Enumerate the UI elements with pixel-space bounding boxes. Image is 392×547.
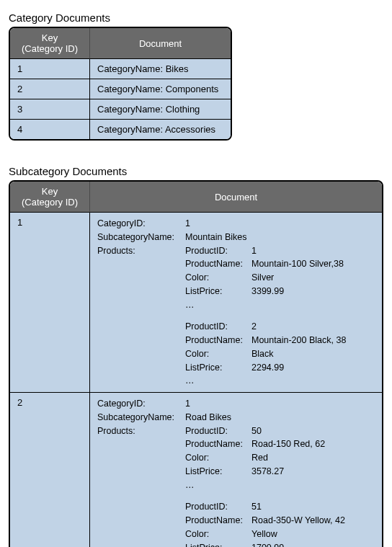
category-title: Category Documents [9, 12, 383, 24]
category-key-cell: 1 [10, 59, 90, 79]
value-color: Red [251, 451, 375, 465]
label-productname: ProductName: [185, 334, 249, 347]
product-block: ProductID:51ProductName:Road-350-W Yello… [185, 500, 375, 547]
category-doc-cell: CategoryName: Components [90, 79, 231, 99]
label-products: Products: [97, 424, 182, 492]
value-listprice: 3399.99 [251, 285, 375, 298]
label-products: Products: [97, 244, 182, 312]
value-color: Silver [251, 271, 375, 285]
value-productname: Mountain-200 Black, 38 [251, 334, 375, 347]
category-doc-cell: CategoryName: Clothing [90, 99, 231, 119]
table-row: 1CategoryID:1SubcategoryName:Mountain Bi… [10, 213, 382, 392]
table-row: 1CategoryName: Bikes [10, 59, 231, 79]
product-block: ProductID:1ProductName:Mountain-100 Silv… [185, 244, 375, 312]
label-productname: ProductName: [185, 437, 249, 451]
label-color: Color: [185, 528, 249, 541]
label-products [97, 500, 182, 547]
label-productname: ProductName: [185, 257, 249, 271]
label-productid: ProductID: [185, 320, 249, 334]
ellipsis: … [185, 479, 249, 492]
category-key-cell: 4 [10, 119, 90, 139]
value-listprice: 3578.27 [251, 465, 375, 479]
value-categoryid: 1 [185, 217, 375, 231]
subcategory-table: Key (Category ID) Document 1CategoryID:1… [9, 180, 383, 547]
table-row: 4CategoryName: Accessories [10, 119, 231, 139]
label-color: Color: [185, 271, 249, 285]
value-productid: 2 [251, 320, 375, 334]
subcategory-key-cell: 2 [10, 392, 90, 547]
subcategory-key-cell: 1 [10, 213, 90, 392]
product-block: ProductID:50ProductName:Road-150 Red, 62… [185, 424, 375, 492]
ellipsis: … [185, 374, 249, 388]
value-productid: 50 [251, 424, 375, 438]
category-key-cell: 2 [10, 79, 90, 99]
value-productid: 1 [251, 244, 375, 258]
value-productname: Mountain-100 Silver,38 [251, 257, 375, 271]
label-products [97, 320, 182, 388]
value-productid: 51 [251, 500, 375, 514]
table-row: 2CategoryID:1SubcategoryName:Road BikesP… [10, 392, 382, 547]
label-color: Color: [185, 347, 249, 361]
subcategory-header-doc: Document [90, 182, 382, 213]
label-productname: ProductName: [185, 514, 249, 528]
category-doc-cell: CategoryName: Bikes [90, 59, 231, 79]
label-listprice: ListPrice: [185, 285, 249, 298]
subcategory-title: Subcategory Documents [9, 165, 383, 177]
label-categoryid: CategoryID: [97, 217, 182, 231]
ellipsis: … [185, 298, 249, 312]
label-productid: ProductID: [185, 500, 249, 514]
product-block: ProductID:2ProductName:Mountain-200 Blac… [185, 320, 375, 388]
table-row: 3CategoryName: Clothing [10, 99, 231, 119]
label-subcategoryname: SubcategoryName: [97, 231, 182, 244]
label-listprice: ListPrice: [185, 361, 249, 375]
value-productname: Road-350-W Yellow, 42 [251, 514, 375, 528]
value-subcategoryname: Mountain Bikes [185, 231, 375, 244]
subcategory-doc-cell: CategoryID:1SubcategoryName:Mountain Bik… [90, 213, 382, 392]
value-color: Yellow [251, 528, 375, 541]
label-listprice: ListPrice: [185, 465, 249, 479]
label-productid: ProductID: [185, 244, 249, 258]
subcategory-doc-cell: CategoryID:1SubcategoryName:Road BikesPr… [90, 392, 382, 547]
label-listprice: ListPrice: [185, 541, 249, 548]
label-productid: ProductID: [185, 424, 249, 438]
category-table: Key (Category ID) Document 1CategoryName… [9, 27, 232, 141]
value-productname: Road-150 Red, 62 [251, 437, 375, 451]
value-listprice: 2294.99 [251, 361, 375, 375]
value-listprice: 1700.99 [251, 541, 375, 548]
label-color: Color: [185, 451, 249, 465]
value-color: Black [251, 347, 375, 361]
label-subcategoryname: SubcategoryName: [97, 411, 182, 424]
category-header-key: Key (Category ID) [10, 28, 90, 59]
category-key-cell: 3 [10, 99, 90, 119]
table-row: 2CategoryName: Components [10, 79, 231, 99]
category-doc-cell: CategoryName: Accessories [90, 119, 231, 139]
category-header-doc: Document [90, 28, 231, 59]
value-categoryid: 1 [185, 397, 375, 411]
label-categoryid: CategoryID: [97, 397, 182, 411]
subcategory-header-key: Key (Category ID) [10, 182, 90, 213]
value-subcategoryname: Road Bikes [185, 411, 375, 424]
